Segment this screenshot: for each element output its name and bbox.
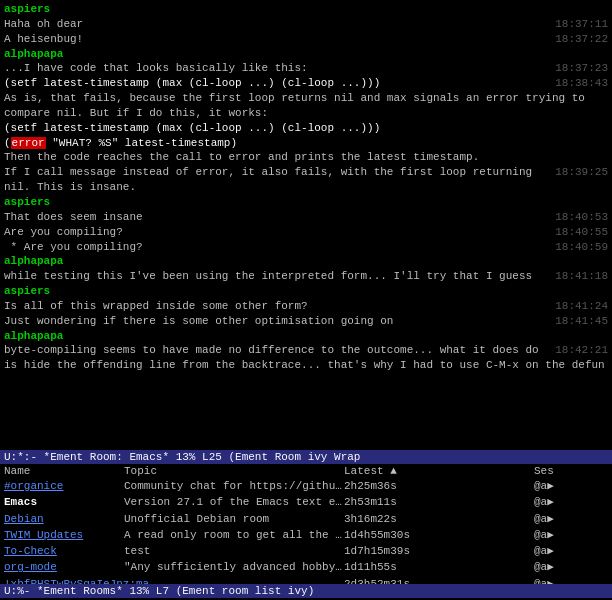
room-row[interactable]: org-mode"Any sufficiently advanced hobby… [0,559,612,575]
status-bar-bottom: U:%- *Ement Rooms* 13% L7 (Ement room li… [0,584,612,598]
room-row[interactable]: To-Checktest1d7h15m39s@a▶ [0,543,612,559]
chat-message-line: 18:41:18while testing this I've been usi… [4,269,608,284]
chat-message-line: Then the code reaches the call to error … [4,150,608,165]
timestamp: 18:37:22 [555,32,608,47]
room-empty [474,544,534,558]
timestamp: 18:39:25 [555,165,608,180]
timestamp: 18:41:24 [555,299,608,314]
room-topic: Unofficial Debian room [124,512,344,526]
timestamp: 18:40:59 [555,240,608,255]
timestamp: 18:40:55 [555,225,608,240]
user-line: aspiers [4,195,608,210]
room-latest: 2h53m11s [344,495,474,509]
room-latest: 2d3h52m31s [344,577,474,584]
timestamp: 18:42:21 [555,343,608,358]
chat-message-line: 18:39:25If I call message instead of err… [4,165,608,195]
chat-area: aspiers18:37:11Haha oh dear18:37:22A hei… [0,0,612,450]
room-row[interactable]: !xbfPHSTwPySgaIeJnz:ma...2d3h52m31s@a▶ [0,576,612,584]
chat-message-line: 18:42:21byte-compiling seems to have mad… [4,343,608,373]
chat-message-line: 18:40:53That does seem insane [4,210,608,225]
room-name[interactable]: TWIM Updates [4,528,124,542]
room-latest: 2h25m36s [344,479,474,493]
room-empty [474,528,534,542]
room-row[interactable]: EmacsVersion 27.1 of the Emacs text e...… [0,494,612,510]
room-sess: @a▶ [534,512,594,526]
timestamp: 18:38:43 [555,76,608,91]
room-empty [474,560,534,574]
room-row[interactable]: DebianUnofficial Debian room3h16m22s@a▶ [0,511,612,527]
room-list-rows: #organiceCommunity chat for https://gith… [0,478,612,584]
room-topic: "Any sufficiently advanced hobby... [124,560,344,574]
status-bar-top: U:*:- *Ement Room: Emacs* 13% L25 (Ement… [0,450,612,464]
col-topic: Topic [124,465,344,477]
room-latest: 1d11h55s [344,560,474,574]
room-sess: @a▶ [534,577,594,584]
user-line: aspiers [4,284,608,299]
col-empty [474,465,534,477]
user-line: alphapapa [4,254,608,269]
room-name[interactable]: To-Check [4,544,124,558]
room-empty [474,479,534,493]
room-sess: @a▶ [534,495,594,509]
user-line: alphapapa [4,47,608,62]
room-latest: 3h16m22s [344,512,474,526]
room-sess: @a▶ [534,560,594,574]
chat-message-line: 18:38:43(setf latest-timestamp (max (cl-… [4,76,608,91]
chat-message-line: 18:37:22A heisenbug! [4,32,608,47]
timestamp: 18:41:45 [555,314,608,329]
room-name[interactable]: Debian [4,512,124,526]
room-row[interactable]: #organiceCommunity chat for https://gith… [0,478,612,494]
room-list-area: Name Topic Latest Ses #organiceCommunity… [0,464,612,584]
room-list-header: Name Topic Latest Ses [0,464,612,478]
room-name[interactable]: Emacs [4,495,124,509]
room-sess: @a▶ [534,544,594,558]
timestamp: 18:37:11 [555,17,608,32]
chat-message-line: 18:40:55Are you compiling? [4,225,608,240]
chat-message-line: 18:41:45Just wondering if there is some … [4,314,608,329]
room-latest: 1d7h15m39s [344,544,474,558]
col-ses: Ses [534,465,594,477]
room-latest: 1d4h55m30s [344,528,474,542]
room-topic [124,577,344,584]
chat-message-line: 18:37:23...I have code that looks basica… [4,61,608,76]
user-line: alphapapa [4,329,608,344]
col-name: Name [4,465,124,477]
room-name[interactable]: org-mode [4,560,124,574]
room-empty [474,512,534,526]
user-line: aspiers [4,2,608,17]
room-empty [474,495,534,509]
room-topic: A read only room to get all the ... [124,528,344,542]
room-row[interactable]: TWIM UpdatesA read only room to get all … [0,527,612,543]
chat-message-line: (error "WHAT? %S" latest-timestamp) [4,136,608,151]
col-latest: Latest [344,465,474,477]
room-topic: test [124,544,344,558]
error-keyword: error [11,137,46,149]
status-bar-top-text: U:*:- *Ement Room: Emacs* 13% L25 (Ement… [4,451,360,463]
timestamp: 18:40:53 [555,210,608,225]
timestamp: 18:41:18 [555,269,608,284]
status-bar-bottom-text: U:%- *Ement Rooms* 13% L7 (Ement room li… [4,585,314,597]
chat-message-line: 18:37:11Haha oh dear [4,17,608,32]
room-empty [474,577,534,584]
chat-message-line: 18:41:24Is all of this wrapped inside so… [4,299,608,314]
room-topic: Community chat for https://githu... [124,479,344,493]
room-name[interactable]: !xbfPHSTwPySgaIeJnz:ma... [4,577,124,584]
chat-message-line: 18:40:59 * Are you compiling? [4,240,608,255]
room-name[interactable]: #organice [4,479,124,493]
chat-message-line: As is, that fails, because the first loo… [4,91,608,121]
timestamp: 18:37:23 [555,61,608,76]
room-topic: Version 27.1 of the Emacs text e... [124,495,344,509]
room-sess: @a▶ [534,528,594,542]
room-sess: @a▶ [534,479,594,493]
chat-message-line: (setf latest-timestamp (max (cl-loop ...… [4,121,608,136]
